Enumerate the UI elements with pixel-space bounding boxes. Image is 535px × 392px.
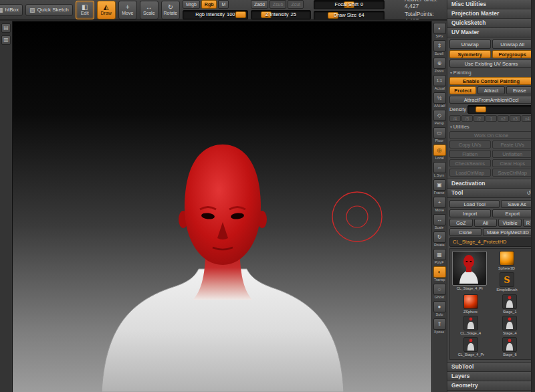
draw-mode-button[interactable]: ◭ Draw: [97, 1, 116, 19]
shelf-move[interactable]: +Move: [433, 197, 446, 213]
density-preset-half[interactable]: /2: [473, 115, 485, 122]
move-mode-button[interactable]: + Move: [118, 1, 137, 19]
unwrap-button[interactable]: Unwrap: [449, 39, 491, 49]
load-ctrl-map-button[interactable]: LoadCtrlMap: [449, 169, 491, 177]
shelf-rotate[interactable]: ↻Rotate: [433, 231, 446, 248]
unwrap-all-button[interactable]: Unwrap All: [492, 39, 534, 49]
shelf-actual[interactable]: 1:1Actual: [433, 75, 446, 91]
shelf-xpose[interactable]: ⇑Xpose: [433, 318, 446, 334]
checkseams-button[interactable]: CheckSeams: [449, 159, 491, 167]
shelf-aahalf[interactable]: ½AAHalf: [433, 92, 446, 108]
polygroups-toggle[interactable]: Polygroups: [492, 50, 534, 58]
shelf-persp[interactable]: ◇Persp: [433, 110, 446, 126]
shelf-ghost[interactable]: ◌Ghost: [433, 284, 446, 300]
enable-control-painting-toggle[interactable]: Enable Control Painting: [449, 77, 533, 85]
density-preset-quarter[interactable]: /4: [449, 115, 461, 122]
shelf-transp[interactable]: ◐Transp: [433, 266, 446, 282]
utilities-subsection[interactable]: ▾ Utilities: [450, 124, 532, 130]
tool-item-stage1[interactable]: Stage_1: [491, 294, 528, 314]
section-deactivation[interactable]: Deactivation: [447, 179, 535, 189]
active-tool-thumbnail[interactable]: [452, 251, 487, 286]
shelf-local[interactable]: ◎Local: [433, 144, 446, 161]
shelf-scale[interactable]: ↔Scale: [433, 214, 446, 230]
rgb-intensity-slider[interactable]: Rgb Intensity100: [183, 10, 248, 19]
section-quicksketch[interactable]: QuickSketch: [447, 19, 535, 28]
use-existing-seams-button[interactable]: Use Existing UV Seams: [449, 60, 533, 68]
edit-mode-button[interactable]: ◧ Edit: [76, 1, 94, 19]
painting-subsection[interactable]: ▾ Painting: [450, 70, 532, 76]
density-preset-x3[interactable]: x3: [510, 115, 521, 122]
density-preset-x2[interactable]: x2: [498, 115, 509, 122]
rgb-toggle[interactable]: Rgb: [201, 0, 217, 9]
clone-button[interactable]: Clone: [449, 228, 481, 236]
tool-reset-icon[interactable]: ↺: [526, 189, 531, 197]
tray-doc2-icon[interactable]: ▥: [1, 35, 11, 45]
tool-item-stage4[interactable]: Stage_4: [491, 316, 528, 336]
figure-icon: [502, 294, 517, 309]
shelf-scroll[interactable]: ⇕Scroll: [433, 40, 446, 56]
make-polymesh3d-button[interactable]: Make PolyMesh3D: [483, 228, 533, 236]
mrgb-toggle[interactable]: Mrgb: [183, 0, 200, 9]
goz-button[interactable]: GoZ: [449, 219, 473, 227]
current-tool-name[interactable]: CL_Stage_4_ProtectHD: [449, 237, 533, 247]
erase-toggle[interactable]: Erase: [506, 86, 533, 94]
model-head[interactable]: [185, 144, 261, 265]
shelf-solo[interactable]: ●Solo: [433, 301, 446, 317]
scale-mode-button[interactable]: ↔ Scale: [140, 1, 158, 19]
density-preset-third[interactable]: /3: [461, 115, 473, 122]
tool-item-stage6[interactable]: Stage_6: [491, 337, 528, 357]
attract-toggle[interactable]: Attract: [477, 86, 504, 94]
attract-from-ao-button[interactable]: AttractFromAmbientOccl: [449, 96, 533, 104]
zsub-toggle[interactable]: Zsub: [270, 0, 287, 9]
clear-hops-button[interactable]: Clear Hops: [492, 159, 534, 167]
figure-icon: [463, 316, 478, 330]
load-tool-button[interactable]: Load Tool: [449, 200, 500, 208]
shelf-frame[interactable]: ▣Frame: [433, 179, 446, 195]
focal-shift-slider[interactable]: Focal Shift0: [314, 0, 385, 9]
shelf-polyf[interactable]: ▦PolyF: [433, 249, 446, 265]
shelf-zoom[interactable]: ⊕Zoom: [433, 58, 446, 74]
shelf-lsym[interactable]: ⇔L.Sym: [433, 162, 446, 178]
section-subtool[interactable]: SubTool: [447, 363, 535, 372]
flatten-button[interactable]: Flatten: [449, 150, 491, 158]
panel-scrollbar[interactable]: [531, 0, 535, 392]
unflatten-button[interactable]: Unflatten: [492, 150, 534, 158]
section-layers[interactable]: Layers: [447, 372, 535, 381]
lightbox-button[interactable]: ▦ htBox: [0, 4, 23, 16]
tool-item-cl-stage4-pr[interactable]: CL_Stage_4_Pr: [452, 337, 490, 357]
protect-toggle[interactable]: Protect: [449, 86, 476, 94]
section-uv-master[interactable]: UV Master: [447, 28, 535, 37]
z-intensity-slider[interactable]: Z Intensity25: [251, 10, 311, 19]
tray-doc-icon[interactable]: ▤: [1, 23, 11, 33]
paste-uvs-button[interactable]: Paste UVs: [492, 140, 534, 149]
tool-item-cl-stage4[interactable]: CL_Stage_4: [452, 316, 490, 336]
section-geometry[interactable]: Geometry: [447, 381, 535, 391]
tool-item-sphere3d[interactable]: Sphere3D: [490, 251, 524, 271]
density-preset-one[interactable]: 1: [486, 115, 497, 122]
save-ctrl-map-button[interactable]: SaveCtrlMap: [492, 169, 534, 177]
tool-item-zsphere[interactable]: ZSphere: [452, 294, 490, 314]
section-misc-utilities[interactable]: Misc Utilities: [447, 0, 535, 9]
draw-size-slider[interactable]: Draw Size64: [314, 11, 385, 20]
goz-all-button[interactable]: All: [474, 219, 498, 227]
goz-visible-button[interactable]: Visible: [498, 219, 522, 227]
density-slider[interactable]: [467, 105, 533, 114]
import-button[interactable]: Import: [449, 209, 491, 217]
document-canvas[interactable]: [12, 21, 432, 392]
zadd-toggle[interactable]: Zadd: [251, 0, 268, 9]
density-handle[interactable]: [475, 106, 486, 112]
section-projection-master[interactable]: Projection Master: [447, 9, 535, 19]
quicksketch-button[interactable]: ▧ Quick Sketch: [25, 4, 73, 16]
export-button[interactable]: Export: [492, 209, 534, 217]
work-on-clone-button[interactable]: Work On Clone: [449, 131, 533, 139]
m-toggle[interactable]: M: [218, 0, 229, 9]
rotate-mode-button[interactable]: ↻ Rotate: [161, 1, 180, 19]
section-tool[interactable]: Tool ↺: [447, 189, 535, 198]
shelf-floor[interactable]: ▭Floor: [433, 127, 446, 143]
tool-item-simplebrush[interactable]: S SimpleBrush: [490, 272, 524, 292]
zcut-toggle[interactable]: Zcut: [288, 0, 304, 9]
save-as-button[interactable]: Save As: [501, 200, 533, 208]
shelf-spix[interactable]: ▪SPix: [433, 23, 446, 39]
symmetry-toggle[interactable]: Symmetry: [449, 50, 491, 58]
copy-uvs-button[interactable]: Copy UVs: [449, 140, 491, 149]
